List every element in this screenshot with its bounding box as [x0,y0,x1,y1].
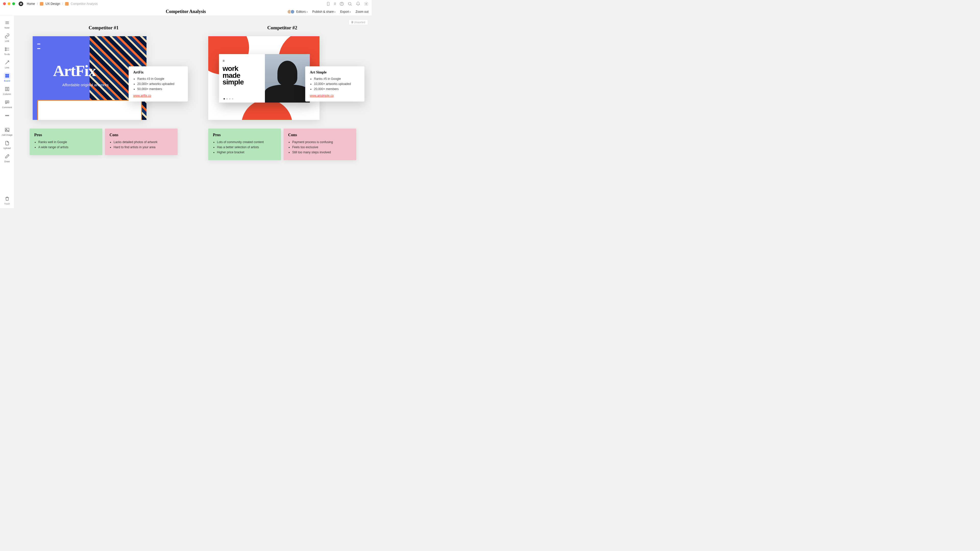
svg-rect-16 [7,76,9,78]
list-item: Lots of community created content [217,140,277,144]
website-link[interactable]: www.artfix.co [133,94,151,97]
unsorted-badge[interactable]: 0 Unsorted [348,19,368,25]
fact-item: 20,000+ members [314,87,360,91]
breadcrumb-current: Competitor Analysis [71,2,98,6]
svg-point-21 [5,115,6,116]
list-item: Still too many steps involved [292,151,352,154]
tool-add-image[interactable]: Add image [2,125,13,137]
breadcrumb-home[interactable]: Home [27,2,35,6]
pros-title: Pros [34,133,98,137]
tool-note[interactable]: Note [2,18,13,30]
editor-avatars[interactable] [289,10,295,14]
page-title: Competitor Analysis [165,9,206,14]
close-window[interactable] [3,2,6,5]
svg-point-3 [348,2,351,5]
titlebar: Competitor Analysis Editors Publish & sh… [0,8,372,16]
fact-item: 20,000+ artworks uploaded [137,82,183,86]
canvas[interactable]: 0 Unsorted Competitor #1 ArtFix Affordab… [14,16,372,208]
svg-rect-17 [5,87,6,91]
carousel-dots [224,98,233,100]
device-icon[interactable] [326,2,331,6]
pros-card[interactable]: Pros Ranks well in Google A wide range o… [30,129,102,155]
tool-more[interactable] [2,111,13,120]
svg-rect-18 [7,87,9,91]
breadcrumb-folder[interactable]: UX Design [45,2,60,6]
hamburger-icon: ≡ [223,59,261,63]
svg-rect-14 [7,74,9,76]
tool-label: To-do [4,53,10,56]
info-popover[interactable]: ArtFix Ranks #3 in Google 20,000+ artwor… [129,66,188,102]
svg-rect-10 [5,50,6,51]
content-box [37,100,142,120]
tool-label: Column [3,93,11,95]
svg-point-2 [342,5,342,5]
competitor-hero-image[interactable]: ≡ work made simple [208,36,320,120]
fact-list: Ranks #5 in Google 10,000+ artworks uplo… [310,77,360,91]
window-traffic-lights [3,2,15,5]
breadcrumb-separator: / [37,2,38,6]
cons-card[interactable]: Cons Lacks detailed photos of artwork Ha… [105,129,178,155]
competitor-heading[interactable]: Competitor #2 [208,25,356,30]
tool-trash[interactable]: Trash [2,195,13,208]
list-item: A wide range of artists [38,145,98,149]
competitor-column-2: Competitor #2 ≡ work made simple [208,25,356,160]
tool-column[interactable]: Column [2,85,13,97]
list-item: Higher price bracket [217,151,277,154]
topbar-right: 0 [326,2,369,6]
tool-label: Board [4,79,10,82]
breadcrumb: M Home / UX Design / Competitor Analysis [19,2,98,6]
settings-icon[interactable] [364,2,369,6]
search-icon[interactable] [348,2,352,6]
tool-comment[interactable]: Comment [2,98,13,110]
model-photo [265,54,310,103]
logo-mark [37,41,45,42]
pros-card[interactable]: Pros Lots of community created content H… [208,129,281,160]
tool-link[interactable]: Link [2,32,13,43]
list-item: Ranks well in Google [38,140,98,144]
minimize-window[interactable] [8,2,11,5]
svg-point-22 [6,115,7,116]
info-popover[interactable]: Art Simple Ranks #5 in Google 10,000+ ar… [305,66,364,102]
app-icon[interactable]: M [19,2,23,6]
tool-draw[interactable]: Draw [2,152,13,164]
tool-upload[interactable]: Upload [2,139,13,151]
svg-point-4 [366,3,367,4]
export-dropdown[interactable]: Export [340,10,351,14]
decor-circle [242,100,293,120]
brand-name: ArtFix [53,62,96,80]
website-link[interactable]: www.artsimple.co [310,94,334,97]
editors-dropdown[interactable]: Editors [296,10,308,14]
svg-rect-13 [5,74,7,76]
breadcrumb-separator: / [62,2,63,6]
list-item: Has a better selection of artists [217,145,277,149]
pros-title: Pros [213,133,277,137]
tool-label: Link [5,40,9,42]
tool-label: Trash [4,203,10,205]
fact-item: 50,000+ members [137,87,183,91]
tool-label: Draw [4,160,10,163]
zoom-out-button[interactable]: Zoom out [355,10,369,14]
tool-todo[interactable]: To-do [2,45,13,57]
svg-line-12 [5,61,9,64]
tool-label: Line [5,66,9,69]
popover-title: ArtFix [133,70,183,75]
fact-item: Ranks #5 in Google [314,77,360,81]
competitor-heading[interactable]: Competitor #1 [30,25,178,30]
tool-board[interactable]: Board [2,71,13,83]
unsorted-count: 0 [352,21,353,24]
tool-label: Note [5,27,10,29]
brand-tagline: Affordable original artworks [62,83,108,87]
help-icon[interactable] [339,2,344,6]
list-item: Lacks detailed photos of artwork [114,140,173,144]
publish-dropdown[interactable]: Publish & share [312,10,336,14]
topbar: M Home / UX Design / Competitor Analysis… [0,0,372,8]
svg-rect-8 [5,48,6,49]
tool-line[interactable]: Line [2,58,13,70]
brand-heading: work made simple [223,65,261,86]
tool-label: Upload [3,147,11,149]
maximize-window[interactable] [12,2,15,5]
cons-card[interactable]: Cons Payment process is confusing Feels … [283,129,356,160]
bell-icon[interactable] [356,2,360,6]
fact-item: 10,000+ artworks uploaded [314,82,360,86]
fact-item: Ranks #3 in Google [137,77,183,81]
